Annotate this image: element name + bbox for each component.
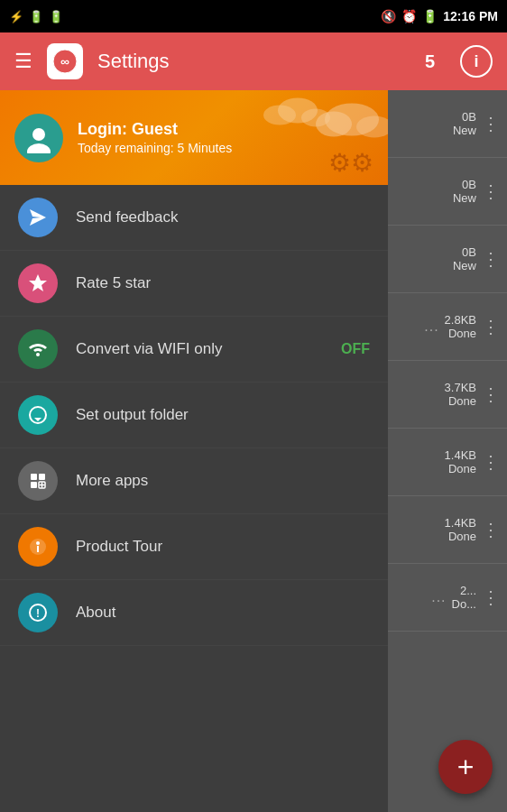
add-icon: + bbox=[457, 751, 475, 784]
list-item: ... 2.8KB Done ⋮ bbox=[388, 293, 507, 361]
item-status: New bbox=[453, 259, 476, 272]
navigation-drawer: Login: Guest Today remaining: 5 Minutes … bbox=[0, 90, 388, 812]
mute-icon: 🔇 bbox=[381, 9, 396, 23]
item-info: 0B New bbox=[453, 245, 476, 272]
gears-decoration: ⚙⚙ bbox=[328, 148, 373, 178]
item-menu-icon[interactable]: ⋮ bbox=[482, 248, 500, 270]
toolbar: ☰ ∞ Settings 5 i bbox=[0, 32, 507, 90]
item-size: 0B bbox=[453, 110, 476, 124]
item-info: 0B New bbox=[453, 110, 476, 137]
battery-icon: 🔋 bbox=[49, 10, 63, 23]
rate-stars-icon bbox=[18, 263, 58, 303]
list-item: 1.4KB Done ⋮ bbox=[388, 429, 507, 496]
more-apps-icon bbox=[18, 461, 58, 501]
status-left-icons: ⚡ 🔋 🔋 bbox=[9, 10, 63, 23]
item-info: 2.8KB Done bbox=[445, 313, 476, 340]
rate-stars-label: Rate 5 star bbox=[76, 274, 370, 292]
item-info: 1.4KB Done bbox=[445, 448, 476, 475]
item-info: 0B New bbox=[453, 178, 476, 205]
list-item: 0B New ⋮ bbox=[388, 226, 507, 293]
item-size: 0B bbox=[453, 245, 476, 259]
info-button[interactable]: i bbox=[460, 45, 493, 78]
toolbar-badge: 5 bbox=[425, 51, 435, 72]
add-button[interactable]: + bbox=[438, 740, 493, 794]
item-info: 3.7KB Done bbox=[445, 381, 476, 408]
list-item: 0B New ⋮ bbox=[388, 90, 507, 158]
menu-item-about[interactable]: ! About bbox=[0, 580, 388, 646]
wifi-only-icon bbox=[18, 329, 58, 369]
item-status: Done bbox=[445, 530, 476, 543]
wifi-only-value: OFF bbox=[341, 341, 370, 357]
svg-point-22 bbox=[36, 541, 40, 545]
item-info: 2... Do... bbox=[452, 584, 476, 611]
item-status: Done bbox=[445, 327, 476, 340]
output-folder-label: Set output folder bbox=[76, 406, 370, 424]
info-icon: i bbox=[474, 52, 478, 71]
menu-item-rate-stars[interactable]: Rate 5 star bbox=[0, 251, 388, 317]
hamburger-icon[interactable]: ☰ bbox=[14, 50, 32, 73]
list-item: 0B New ⋮ bbox=[388, 158, 507, 226]
more-apps-label: More apps bbox=[76, 472, 370, 490]
svg-point-6 bbox=[263, 106, 296, 125]
item-menu-icon[interactable]: ⋮ bbox=[482, 519, 500, 540]
item-size: 2.8KB bbox=[445, 313, 476, 327]
status-right-icons: 🔇 ⏰ 🔋 12:16 PM bbox=[381, 9, 498, 23]
item-status: New bbox=[453, 124, 476, 137]
time-display: 12:16 PM bbox=[443, 9, 498, 23]
item-menu-icon[interactable]: ⋮ bbox=[482, 383, 500, 405]
item-size: 3.7KB bbox=[445, 381, 476, 394]
send-feedback-icon bbox=[18, 198, 58, 237]
item-size: 2... bbox=[452, 584, 476, 597]
app-logo: ∞ bbox=[47, 43, 83, 79]
menu-item-wifi-only[interactable]: Convert via WIFI only OFF bbox=[0, 317, 388, 383]
svg-rect-23 bbox=[37, 546, 39, 552]
item-status: Do... bbox=[452, 597, 476, 611]
alarm-icon: ⏰ bbox=[401, 9, 417, 23]
output-folder-icon bbox=[18, 395, 58, 435]
item-menu-icon[interactable]: ⋮ bbox=[482, 586, 500, 608]
send-feedback-label: Send feedback bbox=[76, 208, 370, 226]
about-icon: ! bbox=[18, 593, 58, 632]
item-menu-icon[interactable]: ⋮ bbox=[482, 316, 500, 337]
item-status: Done bbox=[445, 462, 476, 475]
svg-point-7 bbox=[301, 109, 330, 127]
item-menu-icon[interactable]: ⋮ bbox=[482, 113, 500, 134]
svg-rect-15 bbox=[31, 474, 37, 480]
item-menu-icon[interactable]: ⋮ bbox=[482, 180, 500, 202]
item-menu-icon[interactable]: ⋮ bbox=[482, 451, 500, 473]
user-avatar bbox=[14, 114, 63, 162]
drawer-header: Login: Guest Today remaining: 5 Minutes … bbox=[0, 90, 388, 185]
menu-item-more-apps[interactable]: More apps bbox=[0, 448, 388, 514]
svg-rect-16 bbox=[39, 474, 45, 480]
status-bar: ⚡ 🔋 🔋 🔇 ⏰ 🔋 12:16 PM bbox=[0, 0, 507, 32]
item-size: 1.4KB bbox=[445, 448, 476, 462]
item-size: 1.4KB bbox=[445, 516, 476, 530]
toolbar-title: Settings bbox=[97, 50, 410, 73]
list-item: 1.4KB Done ⋮ bbox=[388, 496, 507, 564]
item-extra-dots: ... bbox=[431, 589, 446, 605]
main-area: Login: Guest Today remaining: 5 Minutes … bbox=[0, 90, 507, 812]
svg-text:∞: ∞ bbox=[60, 54, 69, 69]
menu-item-product-tour[interactable]: Product Tour bbox=[0, 514, 388, 580]
item-extra-dots: ... bbox=[424, 318, 438, 335]
svg-point-8 bbox=[32, 128, 45, 141]
svg-rect-17 bbox=[31, 482, 37, 488]
menu-item-send-feedback[interactable]: Send feedback bbox=[0, 185, 388, 251]
item-status: New bbox=[453, 191, 476, 205]
user-remaining: Today remaining: 5 Minutes bbox=[78, 141, 232, 155]
usb-icon: ⚡ bbox=[9, 10, 23, 23]
about-label: About bbox=[76, 604, 370, 622]
right-panel: 0B New ⋮ 0B New ⋮ 0B New ⋮ ... 2.8KB bbox=[388, 90, 507, 812]
wifi-only-label: Convert via WIFI only bbox=[76, 340, 323, 358]
svg-marker-11 bbox=[29, 274, 47, 291]
item-info: 1.4KB Done bbox=[445, 516, 476, 543]
list-item: ... 2... Do... ⋮ bbox=[388, 564, 507, 632]
user-info: Login: Guest Today remaining: 5 Minutes bbox=[78, 120, 232, 155]
svg-marker-14 bbox=[34, 411, 41, 421]
svg-text:!: ! bbox=[36, 607, 40, 620]
battery-full-icon: 🔋 bbox=[422, 9, 438, 23]
svg-point-9 bbox=[27, 143, 51, 153]
user-name: Login: Guest bbox=[78, 120, 232, 139]
svg-point-12 bbox=[36, 353, 40, 356]
menu-item-output-folder[interactable]: Set output folder bbox=[0, 383, 388, 448]
